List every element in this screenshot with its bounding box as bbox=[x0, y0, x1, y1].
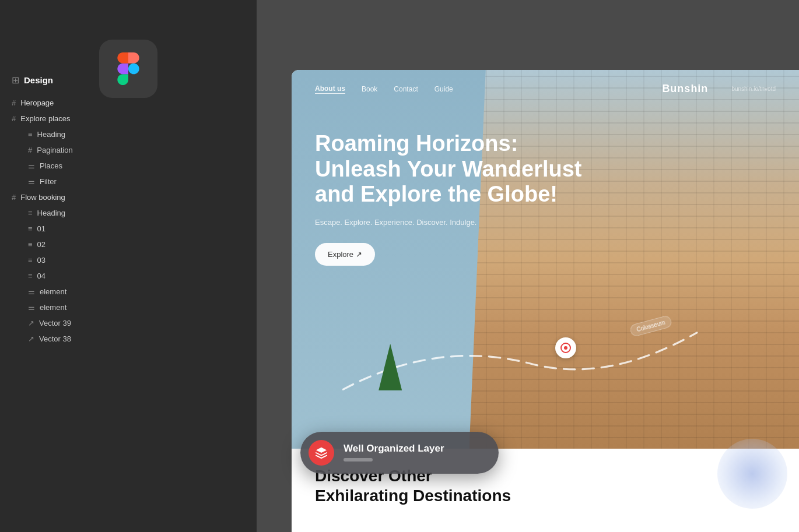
hero-content: Roaming Horizons: Unleash Your Wanderlus… bbox=[292, 108, 799, 266]
hero-nav: About us Book Contact Guide Bunshin buns… bbox=[292, 70, 799, 108]
layer-heading[interactable]: ≡ Heading bbox=[0, 126, 257, 142]
figma-logo-icon bbox=[112, 52, 145, 85]
toast-subtitle bbox=[344, 456, 444, 463]
lines-icon: ≡ bbox=[28, 130, 33, 139]
curve-icon: ↗ bbox=[28, 319, 34, 327]
layer-element2[interactable]: ⚌ element bbox=[0, 300, 257, 315]
toast-icon bbox=[309, 440, 334, 466]
pin-dot bbox=[564, 346, 567, 350]
hash-icon: # bbox=[28, 146, 32, 154]
layer-04[interactable]: ≡ 04 bbox=[0, 268, 257, 284]
hero-subtitle: Escape. Explore. Experience. Discover. I… bbox=[315, 218, 776, 227]
layer-flow-booking[interactable]: # Flow booking bbox=[0, 189, 257, 205]
lines-icon: ≡ bbox=[28, 224, 33, 233]
left-panel: ⊞ Design # Heropage # Explore places ≡ H… bbox=[0, 0, 257, 532]
toast-title: Well Organized Layer bbox=[344, 443, 444, 455]
hash-icon: # bbox=[12, 98, 16, 107]
nav-about[interactable]: About us bbox=[315, 84, 345, 94]
layer-vector39[interactable]: ↗ Vector 39 bbox=[0, 315, 257, 331]
pin-inner bbox=[560, 343, 571, 353]
lines-icon: ≡ bbox=[28, 256, 33, 265]
nav-contact[interactable]: Contact bbox=[394, 85, 418, 93]
nav-book[interactable]: Book bbox=[362, 85, 377, 93]
tree-shape bbox=[379, 344, 402, 390]
layer-filter[interactable]: ⚌ Filter bbox=[0, 174, 257, 189]
layer-element1[interactable]: ⚌ element bbox=[0, 284, 257, 300]
lines-icon: ≡ bbox=[28, 209, 33, 217]
tree-decoration bbox=[373, 338, 408, 390]
hero-section: About us Book Contact Guide Bunshin buns… bbox=[292, 70, 799, 449]
layer-places[interactable]: ⚌ Places bbox=[0, 158, 257, 174]
bars-icon: ⚌ bbox=[28, 161, 35, 170]
layer-vector38[interactable]: ↗ Vector 38 bbox=[0, 331, 257, 347]
layer-01[interactable]: ≡ 01 bbox=[0, 221, 257, 237]
layer-03[interactable]: ≡ 03 bbox=[0, 252, 257, 268]
hash-icon: # bbox=[12, 114, 16, 123]
toast-notification: Well Organized Layer bbox=[300, 432, 499, 474]
bars-icon: ⚌ bbox=[28, 303, 35, 312]
hash-icon: ⊞ bbox=[12, 75, 19, 86]
toast-content: Well Organized Layer bbox=[344, 443, 444, 463]
lines-icon: ≡ bbox=[28, 272, 33, 280]
nav-extra: bunshin.io/tnvotd bbox=[731, 86, 776, 92]
hero-title: Roaming Horizons: Unleash Your Wanderlus… bbox=[315, 131, 595, 207]
layer-02[interactable]: ≡ 02 bbox=[0, 237, 257, 252]
layers-icon bbox=[315, 446, 328, 459]
layer-heading2[interactable]: ≡ Heading bbox=[0, 205, 257, 221]
layer-explore-places[interactable]: # Explore places bbox=[0, 111, 257, 126]
layer-pagination[interactable]: # Pagination bbox=[0, 142, 257, 158]
nav-links: About us Book Contact Guide bbox=[315, 84, 453, 94]
nav-brand: Bunshin bbox=[662, 83, 708, 95]
bars-icon: ⚌ bbox=[28, 177, 35, 186]
layer-tree: # Heropage # Explore places ≡ Heading # … bbox=[0, 95, 257, 358]
hash-icon: # bbox=[12, 193, 16, 202]
gradient-orb bbox=[717, 439, 787, 509]
bars-icon: ⚌ bbox=[28, 287, 35, 296]
nav-guide[interactable]: Guide bbox=[434, 85, 453, 93]
explore-button[interactable]: Explore ↗ bbox=[315, 243, 375, 266]
figma-icon-wrapper bbox=[99, 40, 157, 98]
curve-icon: ↗ bbox=[28, 334, 34, 343]
panel-title: Design bbox=[24, 75, 53, 85]
lines-icon: ≡ bbox=[28, 240, 33, 249]
